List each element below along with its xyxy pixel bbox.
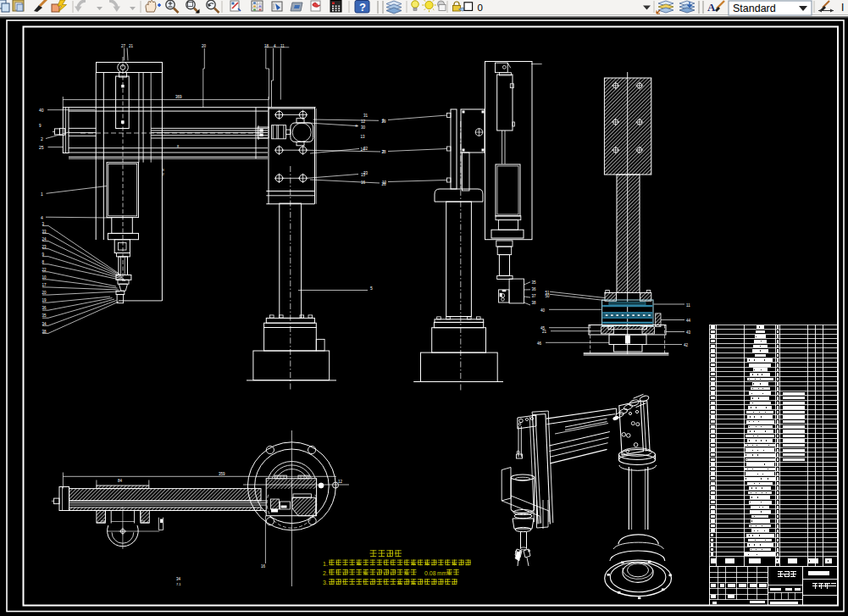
svg-text:33: 33 — [42, 230, 47, 234]
svg-text:16: 16 — [361, 180, 366, 185]
svg-text:37: 37 — [532, 294, 537, 298]
svg-text:42: 42 — [684, 343, 689, 347]
svg-text:35: 35 — [42, 314, 47, 318]
svg-text:38: 38 — [532, 301, 537, 305]
svg-text:24: 24 — [42, 237, 47, 241]
svg-text:27: 27 — [121, 44, 126, 48]
svg-text:19: 19 — [42, 298, 47, 302]
svg-text:22: 22 — [42, 268, 47, 272]
svg-text:17: 17 — [42, 283, 47, 287]
svg-text:36: 36 — [532, 287, 537, 291]
svg-text:16: 16 — [261, 564, 266, 569]
svg-text:0.08: 0.08 — [424, 570, 436, 576]
svg-text:43: 43 — [686, 330, 691, 335]
svg-text:1.: 1. — [323, 561, 328, 567]
svg-text:7.1: 7.1 — [176, 582, 181, 586]
svg-text:10: 10 — [42, 275, 47, 280]
svg-text:I: I — [841, 2, 844, 14]
svg-text:2: 2 — [41, 136, 43, 142]
svg-text:36: 36 — [42, 306, 47, 310]
svg-text:25: 25 — [39, 145, 44, 150]
svg-text:?: ? — [359, 1, 366, 14]
svg-text:12: 12 — [361, 119, 366, 124]
svg-text:30: 30 — [361, 125, 366, 130]
svg-text:3.: 3. — [323, 580, 328, 585]
svg-text:4: 4 — [41, 215, 43, 220]
svg-text:13: 13 — [361, 135, 366, 139]
svg-text:35: 35 — [532, 280, 537, 285]
svg-text:23: 23 — [42, 245, 47, 249]
svg-text:A: A — [707, 1, 716, 14]
svg-text:38: 38 — [42, 330, 47, 334]
svg-text:40: 40 — [39, 108, 44, 113]
svg-text:21: 21 — [542, 330, 547, 334]
svg-text:50: 50 — [546, 294, 551, 298]
svg-text:20: 20 — [42, 291, 47, 295]
svg-text:5: 5 — [370, 286, 373, 291]
svg-text:Standard: Standard — [733, 3, 776, 14]
svg-text:32: 32 — [363, 147, 369, 151]
svg-text:0: 0 — [478, 3, 483, 13]
svg-text:12: 12 — [338, 480, 343, 484]
svg-text:1: 1 — [41, 191, 43, 197]
svg-text:34: 34 — [42, 322, 47, 326]
svg-text:21: 21 — [129, 44, 134, 48]
svg-text:84: 84 — [118, 479, 123, 483]
svg-text:20: 20 — [202, 44, 207, 48]
svg-text:44: 44 — [686, 319, 691, 323]
svg-text:11: 11 — [686, 303, 690, 308]
svg-text:31: 31 — [363, 114, 369, 118]
svg-text:34: 34 — [176, 577, 181, 581]
svg-text:mm: mm — [437, 570, 446, 576]
svg-text:369: 369 — [175, 95, 182, 99]
svg-text:2.: 2. — [323, 570, 328, 576]
svg-text:10: 10 — [382, 180, 387, 185]
svg-text:40: 40 — [540, 308, 546, 313]
svg-text:33: 33 — [363, 171, 369, 175]
svg-text:46: 46 — [537, 341, 542, 346]
svg-text:359: 359 — [219, 472, 225, 476]
